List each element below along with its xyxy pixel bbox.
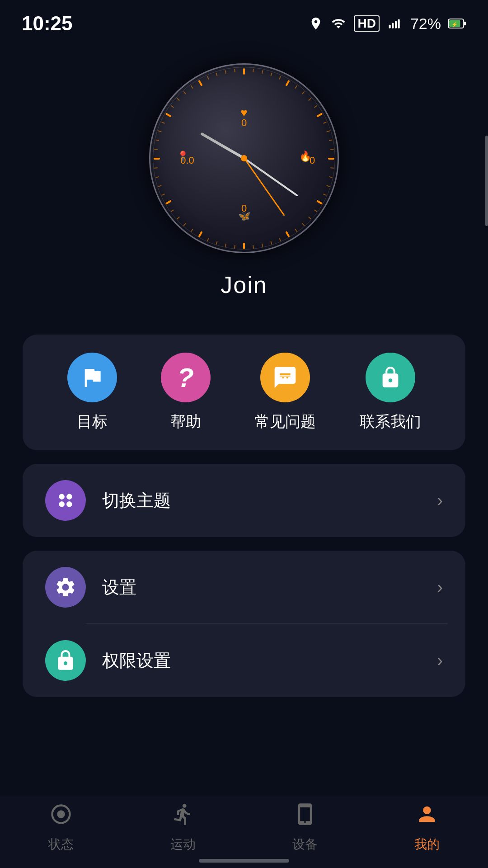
quick-actions-card: 目标 ? 帮助 常见问题	[23, 335, 465, 450]
svg-point-13	[59, 501, 65, 507]
status-time: 10:25	[22, 12, 73, 35]
location-icon	[309, 16, 323, 31]
clock-top-value: 0	[241, 117, 247, 129]
help-icon: ?	[161, 353, 211, 402]
settings-menu-item[interactable]: 设置 ›	[23, 551, 465, 624]
permissions-label: 权限设置	[102, 649, 437, 672]
settings-icon	[45, 567, 86, 608]
status-bar: 10:25 HD 72% ⚡	[0, 0, 488, 36]
nav-mine-label: 我的	[414, 836, 440, 853]
home-indicator	[199, 859, 289, 863]
svg-rect-2	[395, 21, 397, 28]
action-contact[interactable]: 联系我们	[360, 353, 421, 432]
theme-chevron-icon: ›	[437, 491, 443, 510]
svg-point-10	[287, 377, 291, 380]
svg-rect-0	[389, 25, 391, 28]
faq-label: 常见问题	[254, 411, 316, 432]
nav-exercise[interactable]: 运动	[142, 802, 224, 853]
svg-point-11	[59, 494, 65, 500]
faq-icon	[260, 353, 310, 402]
goal-label: 目标	[77, 411, 108, 432]
nav-device-label: 设备	[292, 836, 318, 853]
clock-right-value: 0	[310, 155, 315, 166]
clock-left-value: 0.0	[180, 155, 194, 166]
contact-label: 联系我们	[360, 411, 421, 432]
permissions-icon	[45, 640, 86, 681]
theme-label: 切换主题	[102, 489, 437, 512]
nav-device[interactable]: 设备	[264, 802, 346, 853]
svg-rect-5	[464, 22, 466, 26]
svg-point-14	[66, 501, 72, 507]
theme-card: 切换主题 ›	[23, 464, 465, 537]
clock-widget: // Will render ticks via JS after ♥ 0 📍 …	[149, 63, 339, 253]
theme-menu-item[interactable]: 切换主题 ›	[23, 464, 465, 537]
nav-exercise-label: 运动	[170, 836, 196, 853]
svg-text:⚡: ⚡	[451, 21, 458, 28]
contact-icon	[366, 353, 415, 402]
nav-mine[interactable]: 我的	[386, 802, 468, 853]
svg-rect-3	[398, 19, 400, 28]
svg-point-16	[57, 810, 65, 818]
help-label: 帮助	[170, 411, 201, 432]
settings-card: 设置 › 权限设置 ›	[23, 551, 465, 697]
action-help[interactable]: ? 帮助	[161, 353, 211, 432]
status-nav-icon	[49, 802, 73, 831]
nav-status-label: 状态	[48, 836, 74, 853]
goal-icon	[67, 353, 117, 402]
device-name: Join	[221, 271, 267, 298]
theme-icon	[45, 480, 86, 521]
quick-actions-grid: 目标 ? 帮助 常见问题	[45, 353, 443, 432]
battery-level: 72%	[410, 15, 441, 33]
svg-point-8	[279, 377, 282, 380]
device-nav-icon	[293, 802, 317, 831]
action-goal[interactable]: 目标	[67, 353, 117, 432]
nav-status[interactable]: 状态	[20, 802, 102, 853]
status-icons: HD 72% ⚡	[309, 15, 466, 33]
bottom-nav: 状态 运动 设备 我的	[0, 796, 488, 868]
clock-bottom-value: 0	[241, 203, 247, 214]
center-dot	[241, 155, 247, 161]
svg-point-12	[66, 494, 72, 500]
exercise-nav-icon	[171, 802, 195, 831]
settings-label: 设置	[102, 576, 437, 599]
signal-icon	[387, 16, 403, 31]
action-faq[interactable]: 常见问题	[254, 353, 316, 432]
clock-face: // Will render ticks via JS after ♥ 0 📍 …	[149, 63, 339, 253]
svg-rect-1	[392, 23, 394, 28]
permissions-menu-item[interactable]: 权限设置 ›	[23, 624, 465, 697]
mine-nav-icon	[415, 802, 439, 831]
battery-icon: ⚡	[448, 17, 466, 30]
permissions-chevron-icon: ›	[437, 651, 443, 670]
settings-chevron-icon: ›	[437, 578, 443, 597]
scrollbar[interactable]	[485, 136, 488, 226]
svg-point-9	[283, 377, 286, 380]
main-content: // Will render ticks via JS after ♥ 0 📍 …	[0, 36, 488, 711]
wifi-icon	[330, 16, 347, 31]
hd-badge: HD	[354, 15, 379, 32]
